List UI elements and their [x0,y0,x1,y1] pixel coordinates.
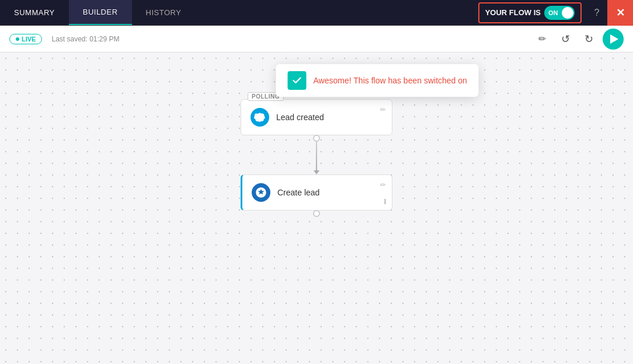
flow-toggle[interactable]: ON [544,6,575,20]
node-create-lead-title: Create lead [277,188,382,197]
node-create-lead-more[interactable] [384,199,386,204]
node-lead-created-title: Lead created [276,113,382,122]
node-polling-wrapper: POLLING Lead created ✏ [241,99,392,135]
edit-button[interactable]: ✏ [533,30,551,48]
toolbar: LIVE Last saved: 01:29 PM ✏ ↺ ↻ [0,26,633,52]
undo-button[interactable]: ↺ [556,30,575,48]
edit-icon: ✏ [538,33,546,44]
close-button[interactable]: ✕ [607,0,633,26]
tab-summary[interactable]: SUMMARY [0,0,69,25]
toast-notification: Awesome! This flow has been switched on [276,64,479,97]
node-create-lead[interactable]: Create lead ✏ [241,174,392,211]
more-dots [384,199,386,204]
toast-message: Awesome! This flow has been switched on [314,76,467,85]
top-nav: SUMMARY BUILDER HISTORY YOUR FLOW IS ON … [0,0,633,26]
tab-history[interactable]: HISTORY [132,0,196,25]
help-icon: ? [594,8,600,18]
connector-line [316,142,317,171]
node-create-lead-wrapper: Create lead ✏ [241,174,392,211]
close-icon: ✕ [616,6,625,19]
flow-status-container: YOUR FLOW IS ON [478,2,582,23]
redo-icon: ↻ [585,33,593,46]
salesforce-icon [251,108,269,127]
live-dot [16,37,19,41]
last-saved-text: Last saved: 01:29 PM [51,35,119,43]
node-lead-created[interactable]: Lead created ✏ [241,99,392,135]
redo-button[interactable]: ↻ [579,30,598,48]
connector-circle-bottom [313,210,320,217]
node-create-lead-edit[interactable]: ✏ [380,181,386,189]
flow-container: POLLING Lead created ✏ [241,99,392,217]
live-label: LIVE [22,36,36,43]
run-icon [610,34,618,44]
tab-builder[interactable]: BUILDER [69,0,132,25]
toggle-on-label: ON [548,9,558,16]
connector-circle-top [313,135,320,142]
flow-status-label: YOUR FLOW IS [485,8,541,17]
canvas: Awesome! This flow has been switched on … [0,52,633,364]
run-button[interactable] [603,29,624,50]
toggle-knob [562,7,573,19]
toast-check-icon [288,71,307,90]
undo-icon: ↺ [561,33,570,46]
live-badge: LIVE [9,34,42,44]
zapier-icon [252,183,270,202]
node-lead-created-edit[interactable]: ✏ [380,106,386,114]
help-button[interactable]: ? [586,2,607,23]
